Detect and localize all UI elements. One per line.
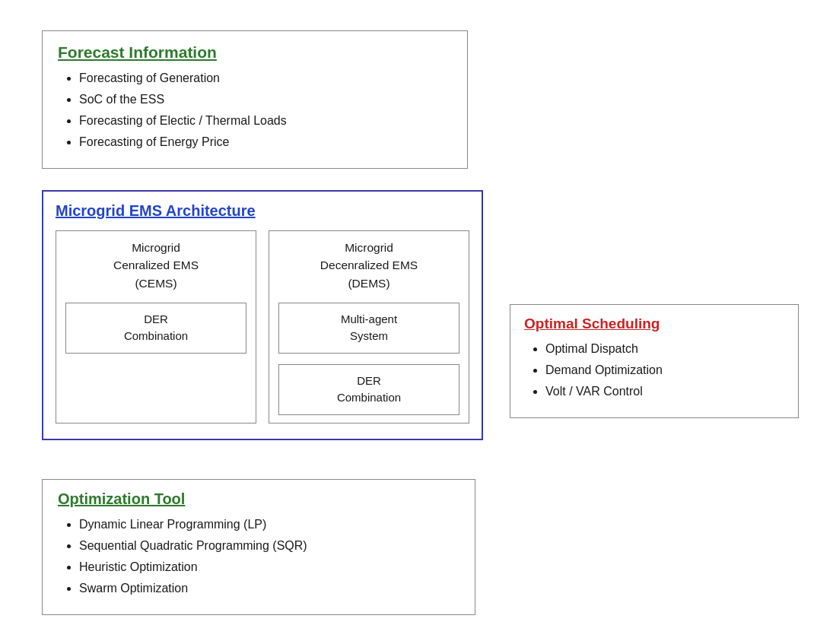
- list-item: Demand Optimization: [545, 361, 784, 379]
- list-item: Swarm Optimization: [79, 579, 459, 598]
- list-item: Forecasting of Electic / Thermal Loads: [79, 112, 452, 130]
- microgrid-title: Microgrid EMS Architecture: [56, 202, 469, 220]
- optimal-title: Optimal Scheduling: [524, 316, 784, 332]
- optimization-title: Optimization Tool: [58, 490, 459, 508]
- dems-title: MicrogridDecenralized EMS(DEMS): [320, 239, 418, 292]
- dems-der-box: DERCombination: [278, 364, 459, 415]
- cems-cell: MicrogridCenralized EMS(CEMS) DERCombina…: [56, 230, 256, 424]
- forecast-title: Forecast Information: [58, 43, 452, 62]
- dems-cell: MicrogridDecenralized EMS(DEMS) Multi-ag…: [269, 230, 469, 424]
- list-item: Dynamic Linear Programming (LP): [79, 516, 459, 534]
- forecast-list: Forecasting of Generation SoC of the ESS…: [58, 69, 452, 151]
- optimization-tool-box: Optimization Tool Dynamic Linear Program…: [42, 479, 475, 615]
- list-item: Heuristic Optimization: [79, 558, 459, 576]
- list-item: Optimal Dispatch: [545, 340, 784, 358]
- cems-der-box: DERCombination: [65, 303, 246, 354]
- list-item: Forecasting of Generation: [79, 69, 452, 87]
- forecast-box: Forecast Information Forecasting of Gene…: [42, 30, 468, 169]
- optimal-list: Optimal Dispatch Demand Optimization Vol…: [524, 340, 784, 401]
- list-item: SoC of the ESS: [79, 90, 452, 109]
- dems-mas-box: Multi-agentSystem: [278, 303, 459, 354]
- list-item: Sequential Quadratic Programming (SQR): [79, 537, 459, 555]
- optimal-scheduling-box: Optimal Scheduling Optimal Dispatch Dema…: [510, 304, 799, 418]
- page-container: Forecast Information Forecasting of Gene…: [0, 0, 833, 644]
- list-item: Volt / VAR Control: [545, 382, 784, 401]
- ems-inner-row: MicrogridCenralized EMS(CEMS) DERCombina…: [56, 230, 469, 424]
- optimization-list: Dynamic Linear Programming (LP) Sequenti…: [58, 516, 459, 598]
- list-item: Forecasting of Energy Price: [79, 133, 452, 151]
- cems-title: MicrogridCenralized EMS(CEMS): [113, 239, 199, 292]
- microgrid-box: Microgrid EMS Architecture MicrogridCenr…: [42, 190, 483, 440]
